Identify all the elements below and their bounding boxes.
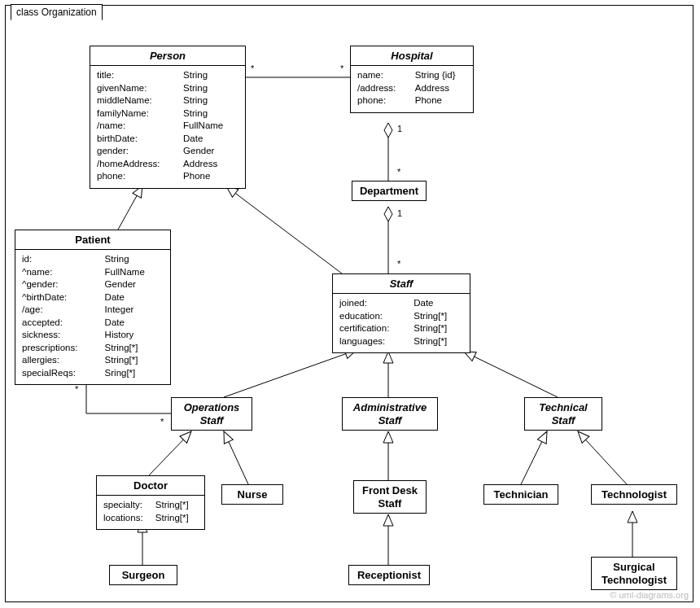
class-technologist-name: Technologist xyxy=(592,485,676,504)
class-staff: Staff joined:Date education:String[*] ce… xyxy=(332,273,470,353)
class-administrative-staff: AdministrativeStaff xyxy=(342,397,438,431)
class-staff-name: Staff xyxy=(333,274,470,293)
class-surgical-technologist: SurgicalTechnologist xyxy=(591,557,677,590)
class-department-name: Department xyxy=(352,182,426,200)
class-front-desk-staff: Front DeskStaff xyxy=(353,480,427,514)
diagram-frame-title: class Organization xyxy=(11,4,103,20)
class-doctor: Doctor specialty:String[*] locations:Str… xyxy=(96,475,205,530)
mult-dept-staff-star: * xyxy=(397,259,400,269)
class-person: Person title:String givenName:String mid… xyxy=(90,46,246,189)
class-technician-name: Technician xyxy=(484,485,558,504)
class-operations-staff-name: OperationsStaff xyxy=(172,398,252,430)
class-technologist: Technologist xyxy=(591,484,677,505)
class-receptionist-name: Receptionist xyxy=(349,566,429,584)
class-technical-staff-name: TechnicalStaff xyxy=(525,398,602,430)
class-surgical-technologist-name: SurgicalTechnologist xyxy=(592,558,676,589)
class-nurse: Nurse xyxy=(221,484,283,505)
mult-person-hospital-left: * xyxy=(251,63,254,73)
class-patient-attrs: id:String ^name:FullName ^gender:Gender … xyxy=(15,250,170,384)
class-receptionist: Receptionist xyxy=(348,565,430,585)
class-front-desk-staff-name: Front DeskStaff xyxy=(354,481,426,513)
uml-class-diagram: class Organization xyxy=(0,0,700,608)
class-nurse-name: Nurse xyxy=(222,485,282,504)
class-operations-staff: OperationsStaff xyxy=(171,397,252,431)
class-surgeon: Surgeon xyxy=(109,565,177,585)
class-technician: Technician xyxy=(483,484,558,505)
class-department: Department xyxy=(352,181,427,201)
class-doctor-attrs: specialty:String[*] locations:String[*] xyxy=(97,496,204,529)
mult-person-hospital-right: * xyxy=(340,63,343,73)
class-hospital: Hospital name:String {id} /address:Addre… xyxy=(350,46,474,113)
mult-dept-staff-1: 1 xyxy=(397,208,402,218)
class-surgeon-name: Surgeon xyxy=(110,566,177,584)
class-patient: Patient id:String ^name:FullName ^gender… xyxy=(15,230,171,385)
class-administrative-staff-name: AdministrativeStaff xyxy=(343,398,437,430)
class-hospital-attrs: name:String {id} /address:Address phone:… xyxy=(351,66,473,112)
class-person-attrs: title:String givenName:String middleName… xyxy=(90,66,245,188)
class-technical-staff: TechnicalStaff xyxy=(524,397,602,431)
class-staff-attrs: joined:Date education:String[*] certific… xyxy=(333,294,470,352)
class-patient-name: Patient xyxy=(15,230,170,249)
watermark: © uml-diagrams.org xyxy=(610,590,689,600)
mult-patient-ops-top: * xyxy=(75,384,78,394)
class-person-name: Person xyxy=(90,46,245,65)
mult-patient-ops-bottom: * xyxy=(160,417,164,426)
mult-hospital-dept-1: 1 xyxy=(397,124,402,133)
class-doctor-name: Doctor xyxy=(97,476,204,495)
mult-hospital-dept-star: * xyxy=(397,167,400,177)
class-hospital-name: Hospital xyxy=(351,46,473,65)
